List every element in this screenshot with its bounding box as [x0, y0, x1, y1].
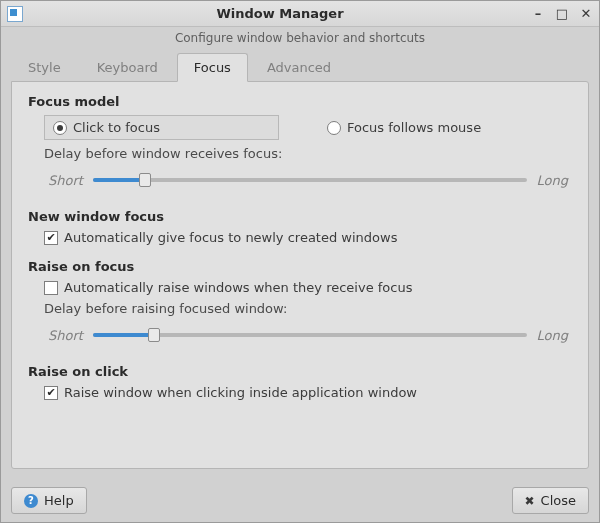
raise-on-click-heading: Raise on click	[28, 364, 572, 379]
raise-on-click-section: Raise on click Raise window when clickin…	[28, 364, 572, 400]
dialog-footer: ? Help ✖ Close	[1, 479, 599, 522]
radio-icon	[53, 121, 67, 135]
tab-row: Style Keyboard Focus Advanced	[11, 53, 589, 81]
window-manager-dialog: Window Manager – □ ✕ Configure window be…	[0, 0, 600, 523]
slider-fill	[93, 178, 145, 182]
slider-short-label: Short	[48, 173, 83, 188]
close-button[interactable]: ✖ Close	[512, 487, 589, 514]
maximize-icon[interactable]: □	[555, 6, 569, 21]
checkbox-icon	[44, 231, 58, 245]
help-button-label: Help	[44, 493, 74, 508]
focus-tab-page: Focus model Click to focus Focus follows…	[11, 81, 589, 469]
focus-delay-slider[interactable]	[93, 171, 527, 189]
checkbox-icon	[44, 281, 58, 295]
auto-focus-new-label: Automatically give focus to newly create…	[64, 230, 397, 245]
focus-follows-mouse-label: Focus follows mouse	[347, 120, 481, 135]
close-icon: ✖	[525, 494, 535, 508]
raise-delay-slider[interactable]	[93, 326, 527, 344]
auto-raise-label: Automatically raise windows when they re…	[64, 280, 412, 295]
click-to-focus-label: Click to focus	[73, 120, 160, 135]
raise-on-focus-heading: Raise on focus	[28, 259, 572, 274]
focus-model-section: Focus model Click to focus Focus follows…	[28, 94, 572, 195]
tab-keyboard[interactable]: Keyboard	[80, 53, 175, 81]
close-button-label: Close	[541, 493, 576, 508]
slider-thumb-icon[interactable]	[148, 328, 160, 342]
tab-focus[interactable]: Focus	[177, 53, 248, 82]
raise-delay-label: Delay before raising focused window:	[44, 301, 572, 316]
new-window-focus-heading: New window focus	[28, 209, 572, 224]
titlebar[interactable]: Window Manager – □ ✕	[1, 1, 599, 27]
tab-advanced[interactable]: Advanced	[250, 53, 348, 81]
auto-focus-new-checkbox[interactable]: Automatically give focus to newly create…	[44, 230, 572, 245]
window-controls: – □ ✕	[531, 6, 593, 21]
raise-on-click-label: Raise window when clicking inside applic…	[64, 385, 417, 400]
close-window-icon[interactable]: ✕	[579, 6, 593, 21]
auto-raise-checkbox[interactable]: Automatically raise windows when they re…	[44, 280, 572, 295]
focus-delay-label: Delay before window receives focus:	[44, 146, 572, 161]
slider-fill	[93, 333, 154, 337]
focus-follows-mouse-radio[interactable]: Focus follows mouse	[319, 116, 489, 139]
tab-style[interactable]: Style	[11, 53, 78, 81]
window-title: Window Manager	[29, 6, 531, 21]
slider-long-label: Long	[537, 173, 568, 188]
help-button[interactable]: ? Help	[11, 487, 87, 514]
focus-model-heading: Focus model	[28, 94, 572, 109]
radio-icon	[327, 121, 341, 135]
raise-on-click-checkbox[interactable]: Raise window when clicking inside applic…	[44, 385, 572, 400]
help-icon: ?	[24, 494, 38, 508]
new-window-focus-section: New window focus Automatically give focu…	[28, 209, 572, 245]
focus-delay-slider-row: Short Long	[44, 165, 572, 195]
window-subtitle: Configure window behavior and shortcuts	[1, 27, 599, 53]
raise-on-focus-section: Raise on focus Automatically raise windo…	[28, 259, 572, 350]
minimize-icon[interactable]: –	[531, 6, 545, 21]
click-to-focus-radio[interactable]: Click to focus	[44, 115, 279, 140]
slider-short-label: Short	[48, 328, 83, 343]
app-icon	[7, 6, 23, 22]
content-area: Style Keyboard Focus Advanced Focus mode…	[1, 53, 599, 479]
slider-long-label: Long	[537, 328, 568, 343]
slider-thumb-icon[interactable]	[139, 173, 151, 187]
raise-delay-slider-row: Short Long	[44, 320, 572, 350]
focus-model-radio-row: Click to focus Focus follows mouse	[44, 115, 572, 140]
checkbox-icon	[44, 386, 58, 400]
slider-track	[93, 178, 527, 182]
